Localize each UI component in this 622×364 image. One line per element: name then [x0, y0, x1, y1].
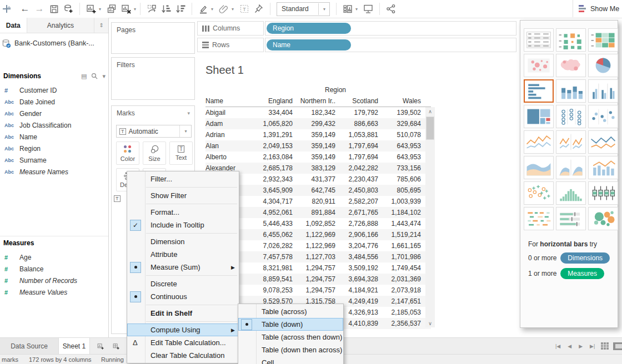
value-cell[interactable]: 9,078,253 — [250, 286, 293, 294]
field-name[interactable]: AbcName — [0, 131, 108, 143]
group-members-button[interactable] — [217, 2, 231, 16]
menu-item-include-in-tooltip[interactable]: ✓Include in Tooltip — [127, 219, 239, 231]
value-cell[interactable]: 359,149 — [293, 142, 335, 150]
name-cell[interactable]: Abigail — [205, 109, 250, 117]
value-cell[interactable]: 1,127,703 — [293, 253, 335, 261]
menu-item-table-down-then-across[interactable]: Table (down then across) — [238, 343, 343, 356]
value-cell[interactable]: 1,519,214 — [378, 231, 421, 239]
value-cell[interactable]: 7,457,578 — [250, 253, 293, 261]
value-cell[interactable]: 1,797,694 — [335, 142, 378, 150]
showme-packed-bubbles[interactable] — [588, 207, 618, 230]
table-row[interactable]: Abigail334,404182,342179,792139,502 — [205, 107, 431, 118]
value-cell[interactable]: 3,694,328 — [335, 275, 378, 283]
showme-dual-combination[interactable] — [588, 156, 618, 179]
field-age[interactable]: #Age — [0, 251, 108, 263]
show-hide-cards-caret-icon[interactable]: ▾ — [355, 7, 358, 12]
menu-item-filter[interactable]: Filter... — [127, 173, 239, 185]
fit-selector[interactable]: Standard ▾ — [277, 2, 330, 16]
show-me-button[interactable]: Show Me — [573, 0, 622, 17]
menu-item-table-across-then-down[interactable]: Table (across then down) — [238, 331, 343, 343]
field-measure-names[interactable]: AbcMeasure Names — [0, 166, 108, 178]
showme-horizontal-bars[interactable] — [524, 79, 554, 103]
clear-sheet-caret-icon[interactable]: ▾ — [134, 7, 136, 12]
value-cell[interactable]: 1,092,852 — [293, 220, 335, 228]
showme-lines-discrete[interactable] — [556, 130, 586, 154]
name-cell[interactable]: Alan — [205, 142, 250, 150]
menu-item-clear-table-calculation[interactable]: Clear Table Calculation — [127, 349, 239, 362]
value-cell[interactable]: 1,701,986 — [378, 253, 421, 261]
share-button[interactable] — [384, 2, 398, 16]
new-dashboard-button[interactable] — [109, 340, 123, 353]
menu-item-table-down[interactable]: Table (down) — [238, 318, 343, 331]
name-cell[interactable]: Alberto — [205, 153, 250, 161]
value-cell[interactable]: 3,204,776 — [335, 242, 378, 250]
rows-shelf[interactable]: Name — [265, 38, 516, 52]
add-datasource-button[interactable] — [61, 2, 76, 16]
menu-item-discrete[interactable]: Discrete — [127, 277, 239, 290]
menu-item-table-across[interactable]: Table (across) — [238, 305, 343, 318]
filters-shelf[interactable]: Filters — [111, 57, 195, 100]
showme-scatter-plot[interactable] — [524, 181, 554, 205]
value-cell[interactable]: 2,671,765 — [335, 209, 378, 216]
value-cell[interactable]: 886,663 — [335, 120, 378, 128]
value-cell[interactable]: 642,745 — [293, 186, 335, 194]
showme-gantt[interactable] — [524, 207, 554, 230]
value-cell[interactable]: 510,078 — [378, 131, 421, 139]
back-button[interactable]: ← — [18, 2, 32, 16]
value-cell[interactable]: 2,073,918 — [378, 286, 421, 294]
scrollbar-thumb[interactable] — [426, 117, 434, 140]
filmstrip-view-icon[interactable] — [613, 342, 622, 350]
tab-data-source[interactable]: Data Source — [0, 338, 59, 355]
table-row[interactable]: Alberto2,163,084359,1491,797,694643,953 — [205, 151, 431, 163]
value-cell[interactable]: 7,026,282 — [250, 242, 293, 250]
showme-filled-map[interactable] — [556, 54, 586, 77]
showme-treemap[interactable] — [524, 105, 554, 128]
table-row[interactable]: Adam1,065,820299,432886,663329,684 — [205, 118, 431, 129]
value-cell[interactable]: 2,042,282 — [335, 164, 378, 172]
column-header[interactable]: Name — [205, 97, 250, 105]
value-cell[interactable]: 329,684 — [378, 120, 421, 128]
menu-item-continuous[interactable]: Continuous — [127, 290, 239, 303]
value-cell[interactable]: 359,149 — [293, 153, 335, 161]
value-cell[interactable]: 3,509,192 — [335, 264, 378, 272]
pill-region[interactable]: Region — [267, 23, 351, 34]
table-row[interactable]: Alan2,049,153359,1491,797,694643,953 — [205, 140, 431, 151]
value-cell[interactable]: 1,294,757 — [293, 275, 335, 283]
color-button[interactable]: Color — [116, 141, 139, 165]
menu-item-cell[interactable]: Cell — [238, 356, 343, 364]
field-measure-values[interactable]: #Measure Values — [0, 286, 108, 298]
dimensions-caret-icon[interactable]: ▾ — [102, 73, 106, 80]
column-header[interactable]: Scotland — [335, 97, 378, 105]
sort-descending-button[interactable] — [173, 2, 188, 16]
nav-next-icon[interactable]: ▶ — [579, 343, 583, 349]
value-cell[interactable]: 1,003,939 — [378, 198, 421, 205]
showme-area-continuous[interactable] — [524, 156, 554, 179]
field-job-classification[interactable]: AbcJob Classification — [0, 119, 108, 131]
value-cell[interactable]: 334,404 — [250, 109, 293, 117]
showme-histogram[interactable] — [556, 181, 586, 205]
value-cell[interactable]: 1,294,757 — [293, 264, 335, 272]
field-gender[interactable]: AbcGender — [0, 108, 108, 119]
value-cell[interactable]: 431,377 — [293, 175, 335, 183]
show-mark-labels-button[interactable]: T — [237, 2, 252, 16]
menu-item-dimension[interactable]: Dimension — [127, 235, 239, 248]
showme-heat-map[interactable] — [556, 28, 586, 52]
value-cell[interactable]: 8,321,981 — [250, 264, 293, 272]
value-cell[interactable]: 733,156 — [378, 164, 421, 172]
fit-selector-caret-icon[interactable]: ▾ — [318, 3, 329, 15]
field-region[interactable]: AbcRegion — [0, 143, 108, 154]
menu-item-attribute[interactable]: Attribute — [127, 248, 239, 261]
value-cell[interactable]: 1,184,102 — [378, 209, 421, 216]
pane-sort-icon[interactable]: ⇕ — [94, 18, 108, 33]
value-cell[interactable]: 2,163,084 — [250, 153, 293, 161]
value-cell[interactable]: 1,122,969 — [293, 231, 335, 239]
showme-side-by-side-circles[interactable] — [588, 105, 618, 128]
value-cell[interactable]: 2,582,207 — [335, 198, 378, 205]
fix-axes-button[interactable] — [252, 2, 266, 16]
value-cell[interactable]: 1,065,820 — [250, 120, 293, 128]
scroll-down-icon[interactable]: ∨ — [425, 319, 435, 327]
value-cell[interactable]: 3,484,556 — [335, 253, 378, 261]
menu-item-measure-sum[interactable]: Measure (Sum)▶ — [127, 261, 239, 274]
value-cell[interactable]: 182,342 — [293, 109, 335, 117]
value-cell[interactable]: 1,122,969 — [293, 242, 335, 250]
